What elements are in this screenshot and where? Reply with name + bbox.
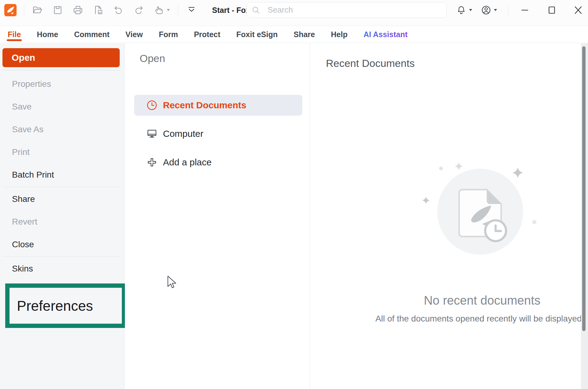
annotation-highlight-box: Preferences xyxy=(5,283,126,328)
search-box[interactable] xyxy=(246,2,447,18)
collapse-toolbar-button[interactable] xyxy=(186,4,197,16)
titlebar-separator xyxy=(508,5,509,15)
recent-documents-title: Recent Documents xyxy=(326,57,415,69)
sidebar-item-close[interactable]: Close xyxy=(0,233,124,256)
tab-comment[interactable]: Comment xyxy=(74,26,110,43)
sidebar-item-batch-print[interactable]: Batch Print xyxy=(0,164,124,186)
foxit-logo xyxy=(4,4,17,16)
create-pdf-button[interactable] xyxy=(92,4,104,16)
empty-state-illustration xyxy=(422,160,540,265)
sidebar-dotted-divider xyxy=(2,70,119,71)
sparkle-dot xyxy=(439,167,443,170)
account-icon xyxy=(481,5,492,16)
empty-state-title: No recent documents xyxy=(424,294,540,307)
clock-icon xyxy=(146,100,157,111)
place-computer[interactable]: Computer xyxy=(134,123,302,144)
minimize-icon xyxy=(520,6,529,14)
tab-view[interactable]: View xyxy=(126,26,143,43)
sidebar-item-save[interactable]: Save xyxy=(0,95,124,118)
tab-foxit-esign[interactable]: Foxit eSign xyxy=(236,26,278,43)
search-input[interactable] xyxy=(260,5,446,15)
toolbar-separator xyxy=(178,5,178,15)
tab-ai-assistant[interactable]: AI Assistant xyxy=(363,26,408,43)
place-label: Computer xyxy=(163,129,203,139)
recent-documents-panel: Recent Documents No recent xyxy=(310,43,588,389)
save-button[interactable] xyxy=(52,4,64,16)
open-panel: Open Recent Documents Computer xyxy=(125,43,310,389)
sidebar-divider xyxy=(2,256,119,257)
sidebar-item-print[interactable]: Print xyxy=(0,141,124,164)
redo-button[interactable] xyxy=(133,4,145,16)
ribbon-tabs: File Home Comment View Form Protect Foxi… xyxy=(0,26,588,43)
place-add-a-place[interactable]: Add a place xyxy=(134,152,302,173)
account-dropdown[interactable] xyxy=(494,9,497,11)
sidebar-item-preferences[interactable]: Preferences xyxy=(10,298,93,314)
sparkle-star xyxy=(455,162,463,170)
sparkle-star xyxy=(512,167,523,178)
window-controls xyxy=(455,0,584,20)
scrollbar-thumb[interactable] xyxy=(582,46,586,331)
place-label: Recent Documents xyxy=(163,100,246,110)
computer-icon xyxy=(146,128,157,139)
notifications-dropdown[interactable] xyxy=(469,9,472,11)
add-place-icon xyxy=(146,157,157,168)
undo-button[interactable] xyxy=(113,4,124,16)
sidebar-item-skins[interactable]: Skins xyxy=(0,257,124,280)
sidebar-item-properties[interactable]: Properties xyxy=(0,73,124,95)
tab-form[interactable]: Form xyxy=(159,26,178,43)
open-folder-button[interactable] xyxy=(32,4,43,16)
place-label: Add a place xyxy=(163,157,211,168)
sparkle-dot xyxy=(532,220,536,224)
quick-access-toolbar: Start - Foxit ... xyxy=(4,0,263,20)
notifications-bell-icon xyxy=(456,5,466,15)
maximize-button[interactable] xyxy=(546,4,558,16)
tab-help[interactable]: Help xyxy=(331,26,347,43)
sidebar-item-open[interactable]: Open xyxy=(2,48,120,67)
titlebar: Start - Foxit ... xyxy=(0,0,588,26)
foxit-window: Start - Foxit ... xyxy=(0,0,588,389)
open-panel-title: Open xyxy=(140,52,165,64)
hand-tool-button[interactable] xyxy=(153,4,165,16)
file-menu-sidebar: Open Properties Save Save As Print Batch… xyxy=(0,43,125,389)
sidebar-item-revert[interactable]: Revert xyxy=(0,210,124,233)
close-icon xyxy=(574,6,583,15)
sidebar-item-share[interactable]: Share xyxy=(0,188,124,210)
sparkle-star xyxy=(422,197,430,204)
maximize-icon xyxy=(547,6,556,14)
tab-file[interactable]: File xyxy=(8,26,21,43)
sidebar-item-save-as[interactable]: Save As xyxy=(0,118,124,141)
minimize-button[interactable] xyxy=(519,4,531,16)
toolbar-separator xyxy=(24,5,24,15)
hand-tool-dropdown[interactable] xyxy=(167,9,170,11)
place-recent-documents[interactable]: Recent Documents xyxy=(134,95,302,116)
tab-share[interactable]: Share xyxy=(294,26,315,43)
close-button[interactable] xyxy=(572,4,584,16)
notifications-bell-button[interactable] xyxy=(455,4,467,16)
tab-protect[interactable]: Protect xyxy=(194,26,220,43)
scrollbar-track[interactable] xyxy=(581,43,588,389)
empty-state-caption: All of the documents opened recently wil… xyxy=(375,314,588,324)
tab-home[interactable]: Home xyxy=(37,26,58,43)
account-button[interactable] xyxy=(480,4,492,16)
search-icon xyxy=(252,6,260,14)
sidebar-divider xyxy=(2,187,119,187)
print-button[interactable] xyxy=(72,4,84,16)
